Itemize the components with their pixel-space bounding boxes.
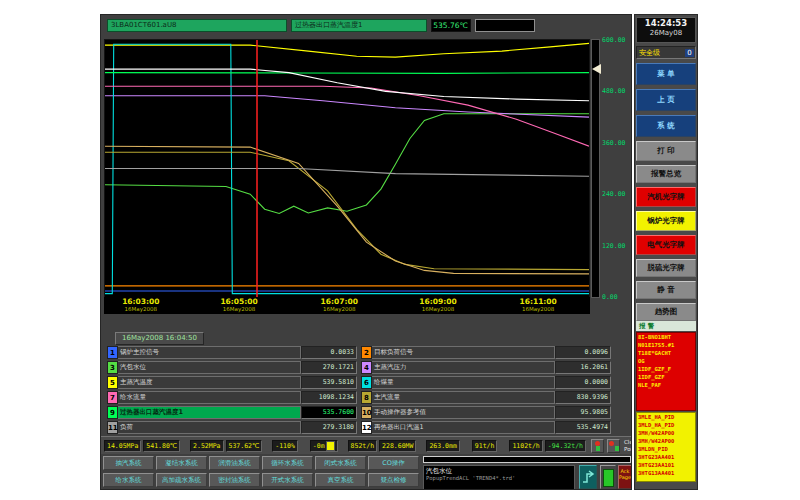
nav-button-0-3[interactable]: 循环水系统 [262, 456, 313, 470]
trend-plot[interactable] [104, 39, 590, 298]
desulf-annunciator-button[interactable]: 脱硫光字牌 [636, 259, 696, 277]
signal-lamp-button-2[interactable] [607, 439, 620, 453]
legend-row-12[interactable]: 12再热器出口汽温1535.4974 [361, 421, 611, 434]
series-10 [105, 146, 589, 274]
x-tick-label: 16:09:0016May2008 [408, 298, 468, 312]
legend-row-6[interactable]: 6给煤量0.0000 [361, 376, 611, 389]
legend-point-value: 0.0033 [301, 346, 357, 359]
point-name-field[interactable]: 过热器出口蒸汽温度1 [291, 19, 427, 32]
alarm-list-active[interactable]: 8I-BNO1BHTN01E17S5.#1T18E*GACHTOG1IDF_GZ… [636, 332, 696, 411]
alarm-tag[interactable]: N01E17S5.#1 [638, 342, 694, 350]
series-3 [105, 114, 589, 214]
legend-row-1[interactable]: 1锅炉主控信号0.0033 [107, 346, 357, 359]
alarm-tag[interactable]: OG [638, 358, 694, 366]
scale-marker-icon[interactable] [592, 64, 601, 74]
alarm-tag[interactable]: 3MLE_HA_PID [638, 414, 694, 422]
legend-row-2[interactable]: 2目标负荷信号0.0096 [361, 346, 611, 359]
nav-button-1-5[interactable]: 疑点检修 [368, 473, 419, 487]
prev-page-button[interactable]: 上 页 [636, 89, 696, 111]
legend-color-chip: 2 [361, 346, 372, 359]
header-extra-box[interactable] [475, 19, 535, 32]
alarm-tag[interactable]: 3MH/W42AP00 [638, 430, 694, 438]
screen-icon [603, 469, 614, 487]
legend-row-9[interactable]: 9过热器出口蒸汽温度1535.7600 [107, 406, 357, 419]
status-value: 2.52MPa [190, 440, 223, 452]
clock-date: 26May08 [637, 30, 695, 37]
legend-row-7[interactable]: 7给水流量1098.1234 [107, 391, 357, 404]
series-5 [105, 43, 589, 57]
alarm-chip-icon [326, 441, 335, 451]
alarm-tag[interactable]: 1IDF_GZF_F [638, 366, 694, 374]
alarm-tag[interactable]: 3HTG23AA401 [638, 454, 694, 462]
x-tick-label: 16:11:0016May2008 [508, 298, 568, 312]
legend-point-name: 主蒸汽温度 [118, 376, 301, 389]
alarm-tag[interactable]: 3MH/W42AP00 [638, 438, 694, 446]
legend-point-name: 主蒸汽压力 [372, 361, 555, 374]
nav-button-1-1[interactable]: 高加疏水系统 [156, 473, 207, 487]
trace-tag-field[interactable]: 3LBA01CT601.aU8 [107, 19, 287, 32]
legend-color-chip: 4 [361, 361, 372, 374]
alarm-tag[interactable]: 8I-BNO1BHT [638, 334, 694, 342]
nav-button-0-0[interactable]: 抽汽系统 [103, 456, 154, 470]
sidebar: 14:24:53 26May08 安全级 0 菜 单上 页系 统打 印报警总览汽… [634, 14, 698, 490]
ack-page-button[interactable]: Ack Page [618, 465, 632, 489]
alarm-tag[interactable]: 3HTG13AA401 [638, 470, 694, 478]
trend-curves [105, 40, 589, 297]
clear-point-label[interactable]: ClearPoint [624, 439, 632, 451]
x-tick-label: 16:03:0016May2008 [111, 298, 171, 312]
alarm-tag[interactable]: NLE_PAF [638, 382, 694, 390]
legend-color-chip: 8 [361, 391, 372, 404]
legend-point-name: 过热器出口蒸汽温度1 [118, 406, 301, 419]
trend-button[interactable]: 趋势图 [636, 303, 696, 321]
legend-row-5[interactable]: 5主蒸汽温度539.5810 [107, 376, 357, 389]
alarm-list-acknowledged[interactable]: 3MLE_HA_PID3MLD_HA_PID3MH/W42AP003MH/W42… [636, 412, 696, 482]
status-values: 14.05MPa541.80℃2.52MPa537.62℃-110%-0m852… [104, 440, 588, 452]
menu-button[interactable]: 菜 单 [636, 63, 696, 85]
nav-button-1-2[interactable]: 密封油系统 [209, 473, 260, 487]
alarm-tag[interactable]: 1IDF_GZF [638, 374, 694, 382]
legend-row-8[interactable]: 8主汽流量830.9396 [361, 391, 611, 404]
legend-point-name: 锅炉主控信号 [118, 346, 301, 359]
nav-button-1-4[interactable]: 真空系统 [315, 473, 366, 487]
signal-lamp-button-1[interactable] [591, 439, 604, 453]
boiler-annunciator-button[interactable]: 锅炉光字牌 [636, 211, 696, 231]
status-value: 1102t/h [509, 440, 542, 452]
console-output: 汽包水位 PopupTrendACL 'TREND4*.trd' [423, 465, 575, 490]
nav-button-0-2[interactable]: 润滑油系统 [209, 456, 260, 470]
cursor-timestamp: 16May2008 16:04:50 [115, 332, 204, 345]
status-value: 263.0mm [426, 440, 459, 452]
legend-point-value: 279.3180 [301, 421, 357, 434]
mute-button[interactable]: 静 音 [636, 281, 696, 299]
screen-button[interactable] [600, 465, 616, 489]
legend-row-11[interactable]: 11负荷279.3180 [107, 421, 357, 434]
electrical-annunciator-button[interactable]: 电气光字牌 [636, 235, 696, 255]
command-input[interactable] [423, 456, 631, 463]
security-label: 安全级 [637, 48, 685, 58]
system-button[interactable]: 系 统 [636, 115, 696, 137]
legend-color-chip: 6 [361, 376, 372, 389]
alarm-tag[interactable]: 3MLDN_PID [638, 446, 694, 454]
nav-button-0-4[interactable]: 闭式水系统 [315, 456, 366, 470]
alarm-tag[interactable]: T18E*GACHT [638, 350, 694, 358]
turbine-annunciator-button[interactable]: 汽机光字牌 [636, 187, 696, 207]
nav-button-1-3[interactable]: 开式水系统 [262, 473, 313, 487]
alarm-tag[interactable]: 3HTG23AA101 [638, 462, 694, 470]
security-level: 安全级 0 [636, 46, 696, 59]
legend-row-3[interactable]: 3汽包水位270.1721 [107, 361, 357, 374]
legend-point-value: 1098.1234 [301, 391, 357, 404]
nav-button-0-1[interactable]: 凝结水系统 [156, 456, 207, 470]
point-value-box: 535.76℃ [431, 19, 471, 32]
legend-column-right: 2目标负荷信号0.00964主蒸汽压力16.20616给煤量0.00008主汽流… [361, 346, 611, 436]
legend-point-value: 0.0000 [555, 376, 611, 389]
y-scale-bar[interactable] [591, 39, 600, 298]
print-button[interactable]: 打 印 [636, 141, 696, 161]
legend-row-10[interactable]: 10手动操作器参考值95.9805 [361, 406, 611, 419]
popup-trend-button[interactable] [579, 465, 597, 489]
alarm-tag[interactable]: 3MLD_HA_PID [638, 422, 694, 430]
nav-button-0-5[interactable]: CO操作 [368, 456, 419, 470]
trend-window: 3LBA01CT601.aU8 过热器出口蒸汽温度1 535.76℃ 600.0… [100, 14, 632, 490]
nav-button-1-0[interactable]: 给水系统 [103, 473, 154, 487]
branch-icon [580, 466, 596, 488]
alarm-overview-button[interactable]: 报警总览 [636, 165, 696, 183]
legend-row-4[interactable]: 4主蒸汽压力16.2061 [361, 361, 611, 374]
